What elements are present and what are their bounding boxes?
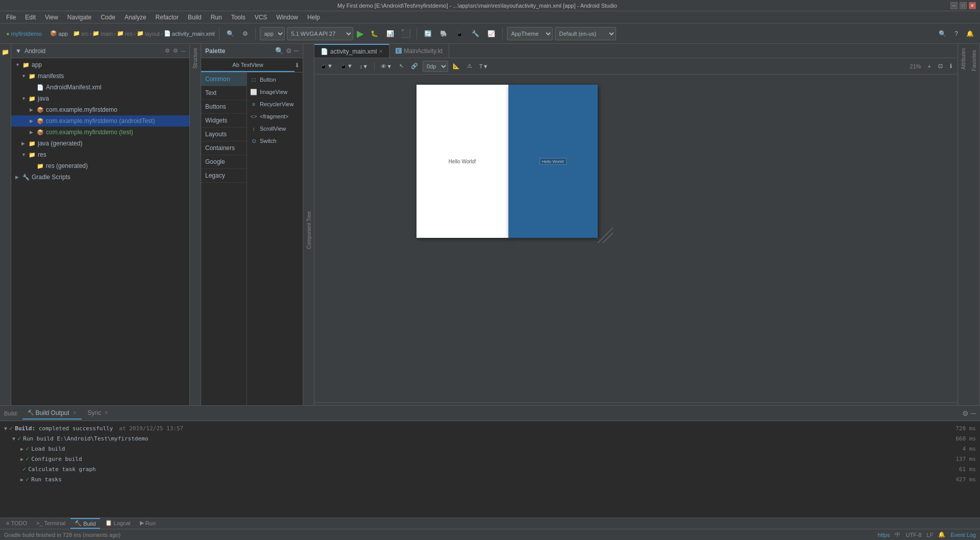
constraint-btn[interactable]: 🔗 <box>408 60 421 72</box>
sync-btn[interactable]: 🔄 <box>421 27 435 41</box>
tree-item-androidmanifest[interactable]: 📄 AndroidManifest.xml <box>11 82 189 93</box>
sync-tab[interactable]: Sync ✕ <box>83 407 114 420</box>
project-collapse-btn[interactable]: ─ <box>181 48 185 54</box>
palette-category-widgets[interactable]: Widgets <box>201 114 247 128</box>
search-btn[interactable]: 🔍 <box>936 27 949 41</box>
project-gear-btn[interactable]: ⚙ <box>173 47 178 54</box>
avd-btn[interactable]: 📱 <box>453 27 467 41</box>
theme-selector[interactable]: AppTheme <box>507 27 553 40</box>
build-output-tab[interactable]: 🔨 Build Output ✕ <box>22 407 82 420</box>
help-btn[interactable]: ? <box>951 27 961 41</box>
menu-run[interactable]: Run <box>207 13 226 22</box>
menu-help[interactable]: Help <box>303 13 324 22</box>
palette-item-fragment[interactable]: <> <fragment> <box>247 110 303 122</box>
sync-tab-close[interactable]: ✕ <box>104 410 108 415</box>
maximize-btn[interactable]: □ <box>960 2 967 9</box>
menu-edit[interactable]: Edit <box>21 13 40 22</box>
tree-item-package-androidtest[interactable]: ▶ 📦 com.example.myfirstdemo (androidTest… <box>11 115 189 127</box>
palette-category-layouts[interactable]: Layouts <box>201 128 247 141</box>
project-name-btn[interactable]: ● myfirstdemo <box>3 27 45 41</box>
zoom-in-btn[interactable]: + <box>925 60 934 72</box>
menu-view[interactable]: View <box>41 13 62 22</box>
menu-code[interactable]: Code <box>96 13 119 22</box>
menu-file[interactable]: File <box>2 13 20 22</box>
build-tab-close[interactable]: ✕ <box>72 410 77 415</box>
devices-btn[interactable]: 📐 <box>450 60 462 72</box>
search-everywhere-btn[interactable]: 🔍 <box>224 27 237 41</box>
build-settings-btn[interactable]: ⚙ <box>962 409 969 418</box>
run-app-btn[interactable]: ▶ <box>355 28 365 39</box>
palette-item-recyclerview[interactable]: ≡ RecyclerView <box>247 98 303 110</box>
resize-handle[interactable] <box>598 228 613 243</box>
status-encoding[interactable]: UTF-8 <box>905 532 921 538</box>
margin-select[interactable]: 0dp <box>423 61 448 72</box>
palette-category-buttons[interactable]: Buttons <box>201 100 247 114</box>
menu-build[interactable]: Build <box>184 13 206 22</box>
todo-tab[interactable]: ≡ TODO <box>2 519 31 528</box>
status-line-endings[interactable]: LF <box>927 532 934 538</box>
menu-navigate[interactable]: Navigate <box>63 13 95 22</box>
api-version-btn[interactable]: ↕▼ <box>357 60 371 72</box>
module-btn[interactable]: 📦 app <box>47 27 71 41</box>
notifications-btn[interactable]: 🔔 <box>963 27 977 41</box>
event-log-link[interactable]: Event Log <box>950 532 976 538</box>
settings-btn[interactable]: ⚙ <box>239 27 251 41</box>
tree-item-java-generated[interactable]: ▶ 📁 java (generated) <box>11 138 189 149</box>
palette-tab-textview[interactable]: Ab TextView <box>201 58 295 72</box>
profile-btn[interactable]: 📊 <box>383 27 397 41</box>
palette-category-containers[interactable]: Containers <box>201 141 247 155</box>
build-expand-arrow-2[interactable]: ▶ <box>20 446 23 452</box>
tree-item-java[interactable]: ▼ 📁 java <box>11 93 189 104</box>
palette-category-text[interactable]: Text <box>201 86 247 100</box>
tree-item-package-main[interactable]: ▶ 📦 com.example.myfirstdemo <box>11 104 189 115</box>
tree-item-app[interactable]: ▼ 📁 app <box>11 59 189 70</box>
debug-btn[interactable]: 🐛 <box>368 27 381 41</box>
tree-item-manifests[interactable]: ▼ 📁 manifests <box>11 70 189 82</box>
stop-btn[interactable]: ⬛ <box>399 29 412 38</box>
sdk-btn[interactable]: 🔧 <box>469 27 482 41</box>
menu-vcs[interactable]: VCS <box>251 13 272 22</box>
warn-btn[interactable]: ⚠ <box>464 60 475 72</box>
device-selector[interactable]: app <box>260 27 285 40</box>
profiler-btn[interactable]: 📈 <box>484 27 498 41</box>
build-expand-arrow-0[interactable]: ▼ <box>4 426 7 431</box>
tree-item-res[interactable]: ▼ 📁 res <box>11 149 189 160</box>
palette-settings-btn[interactable]: ⚙ <box>286 47 292 55</box>
api-level-selector[interactable]: 5.1 WVGA API 27 <box>287 27 353 40</box>
gradle-btn[interactable]: 🐘 <box>437 27 451 41</box>
palette-category-common[interactable]: Common <box>201 72 247 86</box>
project-sidebar-icon[interactable]: 📁 <box>1 47 11 57</box>
logcat-tab[interactable]: 📋 Logcat <box>101 519 135 528</box>
zoom-info-btn[interactable]: ℹ <box>947 60 954 72</box>
palette-minimize-btn[interactable]: ─ <box>294 47 299 55</box>
close-btn[interactable]: ✕ <box>969 2 976 9</box>
palette-item-imageview[interactable]: ⬜ ImageView <box>247 86 303 98</box>
text-type-btn[interactable]: T▼ <box>477 60 491 72</box>
palette-item-button[interactable]: □ Button <box>247 73 303 86</box>
palette-item-switch[interactable]: ⊙ Switch <box>247 135 303 147</box>
eye-btn[interactable]: 👁▼ <box>378 60 395 72</box>
terminal-tab[interactable]: >_ Terminal <box>32 519 69 528</box>
cursor-btn[interactable]: ↖ <box>397 60 406 72</box>
build-expand-arrow-3[interactable]: ▶ <box>20 456 23 462</box>
zoom-fit-btn[interactable]: ⊡ <box>936 60 945 72</box>
menu-analyze[interactable]: Analyze <box>120 13 151 22</box>
file-tab-activity-main[interactable]: 📄 activity_main.xml ✕ <box>314 44 389 58</box>
tree-item-package-test[interactable]: ▶ 📦 com.example.myfirstdemo (test) <box>11 127 189 138</box>
device-type-btn[interactable]: 📱▼ <box>337 60 355 72</box>
status-https[interactable]: https <box>878 532 890 538</box>
file-tab-close-1[interactable]: ✕ <box>379 48 383 54</box>
run-tab[interactable]: ▶ Run <box>136 519 160 528</box>
orientation-btn[interactable]: 📱▼ <box>317 60 335 72</box>
build-tab[interactable]: 🔨 Build <box>70 518 100 529</box>
file-tab-mainactivity[interactable]: 🅺 MainActivity.kt <box>389 44 449 58</box>
palette-category-legacy[interactable]: Legacy <box>201 169 247 183</box>
build-expand-arrow-5[interactable]: ▶ <box>20 477 23 482</box>
build-close-btn[interactable]: ─ <box>971 409 976 418</box>
menu-tools[interactable]: Tools <box>227 13 250 22</box>
locale-selector[interactable]: Default (en-us) <box>555 27 616 40</box>
palette-download-btn[interactable]: ⬇ <box>295 62 300 69</box>
tree-item-res-generated[interactable]: 📁 res (generated) <box>11 160 189 171</box>
palette-item-scrollview[interactable]: ↕ ScrollView <box>247 122 303 135</box>
menu-window[interactable]: Window <box>272 13 302 22</box>
